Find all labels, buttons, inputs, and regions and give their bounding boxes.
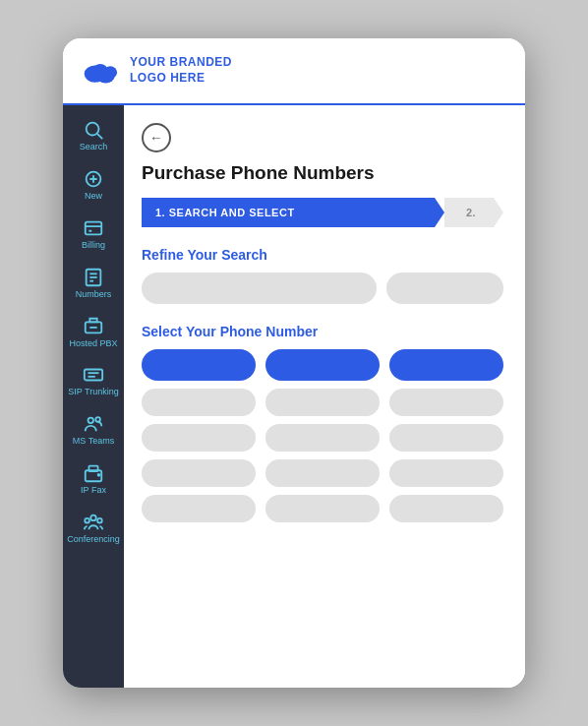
cell-3-1 — [142, 459, 256, 487]
cell-1-3 — [389, 389, 503, 416]
sidebar-label-hosted-pbx: Hosted PBX — [69, 339, 117, 349]
svg-point-25 — [98, 474, 100, 476]
svg-point-21 — [88, 418, 94, 424]
cell-3-3 — [389, 459, 503, 487]
svg-point-26 — [90, 515, 96, 521]
sidebar-label-ip-fax: IP Fax — [81, 486, 106, 496]
cell-2-3 — [389, 424, 503, 452]
billing-icon — [83, 217, 104, 239]
main-layout: Search New Billing — [63, 105, 525, 688]
pbx-icon — [83, 316, 104, 337]
sidebar: Search New Billing — [63, 105, 124, 688]
sidebar-item-search[interactable]: Search — [63, 111, 124, 160]
sidebar-item-ms-teams[interactable]: MS Teams — [63, 405, 124, 454]
device-frame: YOUR BRANDED LOGO HERE Search New — [63, 38, 525, 688]
fax-icon — [83, 462, 104, 484]
col-header-2[interactable] — [265, 349, 380, 381]
table-row-4 — [142, 495, 503, 522]
sidebar-label-billing: Billing — [82, 241, 105, 251]
sidebar-item-sip-trunking[interactable]: SIP Trunking — [63, 356, 124, 405]
table-header-row — [142, 349, 503, 381]
cell-3-2 — [265, 459, 380, 487]
sidebar-item-conferencing[interactable]: Conferencing — [63, 504, 124, 553]
sip-icon — [83, 364, 104, 386]
search-section: Refine Your Search — [142, 247, 503, 304]
sidebar-label-numbers: Numbers — [76, 290, 112, 300]
conf-icon — [83, 512, 104, 533]
content-area: ← Purchase Phone Numbers 1. SEARCH AND S… — [124, 105, 525, 688]
logo-cloud-icon — [81, 57, 120, 85]
sidebar-label-new: New — [85, 192, 102, 202]
svg-rect-9 — [86, 221, 102, 234]
svg-point-4 — [87, 123, 99, 136]
stepper: 1. SEARCH AND SELECT 2. — [142, 198, 503, 227]
svg-rect-24 — [88, 466, 97, 472]
svg-point-3 — [103, 66, 117, 78]
logo-text: YOUR BRANDED LOGO HERE — [130, 55, 232, 86]
sidebar-item-numbers[interactable]: Numbers — [63, 259, 124, 308]
back-button[interactable]: ← — [142, 123, 171, 152]
top-bar: YOUR BRANDED LOGO HERE — [63, 38, 525, 105]
cell-4-3 — [389, 495, 503, 522]
cell-4-1 — [142, 495, 256, 522]
search-row — [142, 272, 503, 304]
numbers-icon — [83, 267, 104, 288]
svg-line-5 — [97, 134, 102, 139]
cell-4-2 — [265, 495, 380, 522]
search-input-skeleton-2[interactable] — [386, 272, 503, 304]
sidebar-item-hosted-pbx[interactable]: Hosted PBX — [63, 308, 124, 357]
col-header-3[interactable] — [389, 349, 503, 381]
col-header-1[interactable] — [142, 349, 256, 381]
sidebar-label-sip-trunking: SIP Trunking — [68, 388, 118, 397]
svg-point-28 — [97, 518, 102, 523]
phone-section-title: Select Your Phone Number — [142, 324, 503, 339]
cell-2-1 — [142, 424, 256, 452]
cell-1-1 — [142, 389, 256, 416]
sidebar-item-ip-fax[interactable]: IP Fax — [63, 454, 124, 504]
svg-rect-18 — [85, 370, 102, 381]
sidebar-label-search: Search — [80, 143, 108, 152]
sidebar-item-new[interactable]: New — [63, 160, 124, 210]
phone-section: Select Your Phone Number — [142, 324, 503, 522]
sidebar-item-billing[interactable]: Billing — [63, 210, 124, 259]
table-row-1 — [142, 389, 503, 416]
sidebar-label-ms-teams: MS Teams — [73, 437, 114, 447]
table-row-2 — [142, 424, 503, 452]
svg-point-27 — [85, 518, 89, 523]
new-icon — [83, 168, 104, 190]
search-icon — [83, 119, 104, 141]
search-input-skeleton-1[interactable] — [142, 272, 377, 304]
cell-1-2 — [265, 389, 380, 416]
step-2[interactable]: 2. — [444, 198, 503, 227]
svg-point-22 — [95, 417, 100, 422]
table-row-3 — [142, 459, 503, 487]
step-1[interactable]: 1. SEARCH AND SELECT — [142, 198, 444, 227]
cell-2-2 — [265, 424, 380, 452]
teams-icon — [83, 413, 104, 435]
sidebar-label-conferencing: Conferencing — [67, 535, 120, 545]
search-section-title: Refine Your Search — [142, 247, 503, 263]
page-title: Purchase Phone Numbers — [142, 162, 503, 184]
